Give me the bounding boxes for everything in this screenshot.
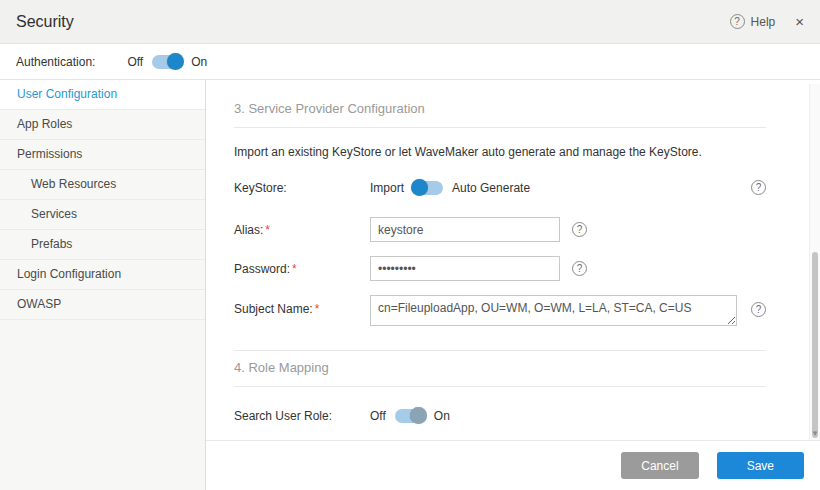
help-icon-glyph: ? xyxy=(756,182,762,193)
help-link[interactable]: Help xyxy=(751,15,776,29)
keystore-autogenerate-label: Auto Generate xyxy=(452,181,530,195)
subject-name-label: Subject Name:* xyxy=(234,302,370,316)
search-on-label: On xyxy=(434,409,450,423)
cancel-button[interactable]: Cancel xyxy=(621,452,698,479)
scrollbar-down-arrow[interactable]: ▼ xyxy=(811,430,819,438)
authentication-toggle[interactable] xyxy=(152,55,182,69)
password-row: Password:* ? xyxy=(234,256,766,281)
page-title: Security xyxy=(16,13,74,31)
keystore-import-label: Import xyxy=(370,181,404,195)
close-icon[interactable]: × xyxy=(795,14,804,29)
alias-label: Alias:* xyxy=(234,223,370,237)
help-icon-glyph: ? xyxy=(734,16,740,27)
help-icon-glyph: ? xyxy=(577,263,583,274)
header-actions: ? Help × xyxy=(730,14,804,29)
section-title-role-mapping: 4. Role Mapping xyxy=(234,351,766,387)
authentication-bar: Authentication: Off On xyxy=(0,44,820,80)
scrollbar-thumb[interactable] xyxy=(812,252,818,438)
alias-input[interactable] xyxy=(370,217,560,242)
password-help-icon[interactable]: ? xyxy=(572,261,587,276)
help-icon-glyph: ? xyxy=(756,304,762,315)
window-header: Security ? Help × xyxy=(0,0,820,44)
main-content: 3. Service Provider Configuration Import… xyxy=(206,80,820,423)
sidebar-item-prefabs[interactable]: Prefabs xyxy=(0,230,205,260)
authentication-label: Authentication: xyxy=(16,55,95,69)
required-marker: * xyxy=(265,223,270,237)
help-icon-glyph: ? xyxy=(577,224,583,235)
toggle-knob xyxy=(410,407,427,424)
password-input[interactable] xyxy=(370,256,560,281)
required-marker: * xyxy=(292,262,297,276)
help-icon[interactable]: ? xyxy=(730,14,745,29)
sidebar-item-owasp[interactable]: OWASP xyxy=(0,290,205,320)
keystore-label: KeyStore: xyxy=(234,181,370,195)
toggle-knob xyxy=(167,53,184,70)
sidebar-item-login-configuration[interactable]: Login Configuration xyxy=(0,260,205,290)
search-user-role-row: Search User Role: Off On xyxy=(234,409,766,423)
keystore-toggle[interactable] xyxy=(413,181,443,195)
required-marker: * xyxy=(315,302,320,316)
subject-name-input[interactable]: cn=FileuploadApp, OU=WM, O=WM, L=LA, ST=… xyxy=(370,295,737,326)
search-off-label: Off xyxy=(370,409,386,423)
subject-name-help-icon[interactable]: ? xyxy=(751,302,766,317)
auth-on-label: On xyxy=(191,55,207,69)
sidebar-item-app-roles[interactable]: App Roles xyxy=(0,110,205,140)
sidebar-item-user-configuration[interactable]: User Configuration xyxy=(0,80,205,110)
password-label: Password:* xyxy=(234,262,370,276)
alias-help-icon[interactable]: ? xyxy=(572,222,587,237)
vertical-scrollbar[interactable]: ▼ xyxy=(809,84,820,440)
sidebar-item-permissions[interactable]: Permissions xyxy=(0,140,205,170)
subject-name-row: Subject Name:* cn=FileuploadApp, OU=WM, … xyxy=(234,295,766,326)
sidebar-item-services[interactable]: Services xyxy=(0,200,205,230)
section-title-service-provider: 3. Service Provider Configuration xyxy=(234,92,766,128)
auth-off-label: Off xyxy=(127,55,143,69)
toggle-knob xyxy=(411,179,428,196)
save-button[interactable]: Save xyxy=(717,452,804,479)
keystore-help-icon[interactable]: ? xyxy=(751,180,766,195)
sidebar-item-web-resources[interactable]: Web Resources xyxy=(0,170,205,200)
footer-actions: Cancel Save xyxy=(206,440,820,490)
keystore-row: KeyStore: Import Auto Generate ? xyxy=(234,180,766,195)
main-panel: 3. Service Provider Configuration Import… xyxy=(206,80,820,440)
alias-row: Alias:* ? xyxy=(234,217,766,242)
search-user-role-toggle[interactable] xyxy=(395,409,425,423)
keystore-description: Import an existing KeyStore or let WaveM… xyxy=(234,145,766,159)
sidebar: User Configuration App Roles Permissions… xyxy=(0,80,206,490)
search-user-role-label: Search User Role: xyxy=(234,409,370,423)
